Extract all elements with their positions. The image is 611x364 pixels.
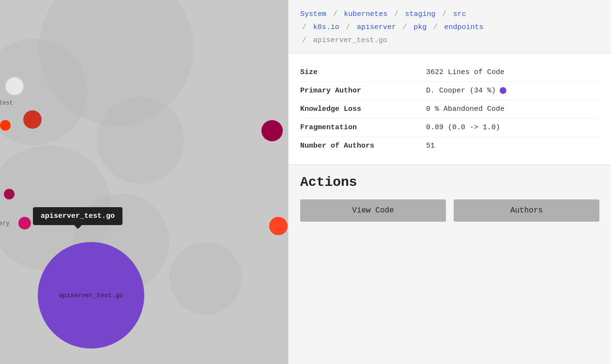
partial-label-test: test — [0, 100, 13, 106]
label-fragmentation: Fragmentation — [300, 123, 426, 132]
author-color-dot — [500, 87, 506, 94]
breadcrumb-current-file: apiserver_test.go — [313, 36, 387, 45]
breadcrumb-pkg[interactable]: pkg — [413, 23, 427, 31]
dot-purple-main[interactable]: apiserver_test.go — [38, 242, 144, 349]
sep-5: / — [346, 23, 350, 31]
info-row-knowledge-loss: Knowledge Loss 0 % Abandoned Code — [300, 100, 599, 119]
info-row-primary-author: Primary Author D. Cooper (34 %) — [300, 82, 599, 100]
authors-button[interactable]: Authors — [454, 199, 599, 222]
value-primary-author: D. Cooper (34 %) — [426, 87, 506, 95]
sep-1: / — [333, 10, 337, 18]
sep-6: / — [403, 23, 407, 31]
sep-2: / — [394, 10, 398, 18]
dot-pink-1 — [18, 217, 31, 229]
dot-crimson — [261, 120, 283, 141]
actions-buttons: View Code Authors — [300, 199, 599, 222]
label-knowledge-loss: Knowledge Loss — [300, 105, 426, 113]
sep-8: / — [302, 36, 306, 45]
dot-white — [5, 76, 24, 96]
breadcrumb-system[interactable]: System — [300, 10, 326, 18]
label-num-authors: Number of Authors — [300, 142, 426, 150]
primary-author-text: D. Cooper (34 %) — [426, 87, 496, 95]
breadcrumb-staging[interactable]: staging — [405, 10, 436, 18]
breadcrumb-kubernetes[interactable]: kubernetes — [344, 10, 387, 18]
info-row-num-authors: Number of Authors 51 — [300, 137, 599, 155]
sep-7: / — [433, 23, 438, 31]
dot-orange-1 — [0, 120, 11, 131]
info-row-fragmentation: Fragmentation 0.89 (0.0 -> 1.0) — [300, 119, 599, 137]
breadcrumb: System / kubernetes / staging / src / k8… — [289, 0, 611, 54]
tooltip-text: apiserver_test.go — [41, 212, 115, 220]
value-size: 3622 Lines of Code — [426, 68, 504, 76]
value-fragmentation: 0.89 (0.0 -> 1.0) — [426, 123, 500, 132]
info-row-size: Size 3622 Lines of Code — [300, 63, 599, 82]
value-knowledge-loss: 0 % Abandoned Code — [426, 105, 504, 113]
breadcrumb-k8sio[interactable]: k8s.io — [313, 23, 339, 31]
label-size: Size — [300, 68, 426, 76]
breadcrumb-apiserver[interactable]: apiserver — [357, 23, 396, 31]
partial-label-ery: ery — [0, 220, 10, 227]
sep-4: / — [302, 23, 306, 31]
value-num-authors: 51 — [426, 142, 435, 150]
dot-red-1 — [23, 110, 42, 129]
actions-title: Actions — [300, 175, 599, 190]
actions-section: Actions View Code Authors — [289, 165, 611, 231]
dot-maroon-1 — [4, 189, 15, 199]
visualization-panel: apiserver_test.go apiserver_test.go test… — [0, 0, 288, 364]
breadcrumb-src[interactable]: src — [453, 10, 466, 18]
detail-panel: System / kubernetes / staging / src / k8… — [288, 0, 611, 364]
dot-orange-2 — [269, 217, 288, 235]
label-primary-author: Primary Author — [300, 87, 426, 95]
info-section: Size 3622 Lines of Code Primary Author D… — [289, 54, 611, 165]
purple-circle-label: apiserver_test.go — [54, 287, 128, 304]
breadcrumb-endpoints[interactable]: endpoints — [444, 23, 483, 31]
sep-3: / — [442, 10, 446, 18]
tooltip: apiserver_test.go — [33, 207, 122, 225]
view-code-button[interactable]: View Code — [300, 199, 446, 222]
